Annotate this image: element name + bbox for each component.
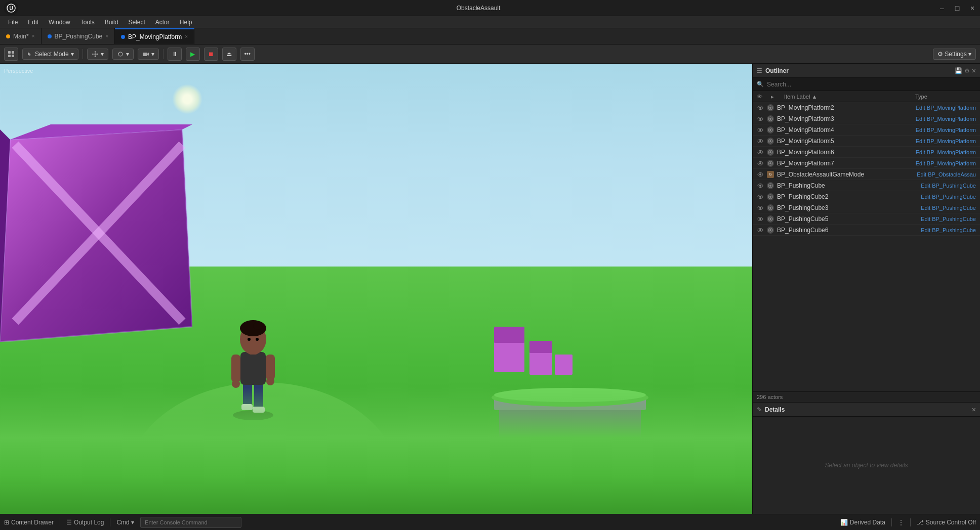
svg-point-92 <box>769 229 771 231</box>
menu-select[interactable]: Select <box>124 18 149 27</box>
menu-actor[interactable]: Actor <box>151 18 174 27</box>
row-eye-icon[interactable] <box>757 149 764 156</box>
maximize-button[interactable]: □ <box>954 5 961 12</box>
outliner-actor-count: 296 actors <box>753 391 980 402</box>
row-eye-icon[interactable] <box>757 227 764 234</box>
row-eye-icon[interactable] <box>757 193 764 200</box>
play-button[interactable]: ▶ <box>186 48 200 61</box>
item-label-col[interactable]: Item Label ▲ <box>784 94 911 100</box>
outliner-row[interactable]: BP_PushingCube3Edit BP_PushingCube <box>753 202 980 213</box>
svg-point-58 <box>769 129 771 131</box>
derived-data-button[interactable]: 📊 Derived Data <box>840 519 885 526</box>
row-eye-icon[interactable] <box>757 204 764 211</box>
row-item-type[interactable]: Edit BP_MovingPlatform <box>916 127 976 133</box>
outliner-row[interactable]: BP_MovingPlatform4Edit BP_MovingPlatform <box>753 124 980 136</box>
settings-button[interactable]: ⚙ Settings ▾ <box>933 49 976 60</box>
row-eye-icon[interactable] <box>757 126 764 134</box>
svg-rect-4 <box>8 55 11 57</box>
content-drawer-label: Content Drawer <box>11 519 54 526</box>
row-eye-icon[interactable] <box>757 115 764 122</box>
menu-file[interactable]: File <box>4 18 22 27</box>
row-eye-icon[interactable] <box>757 160 764 167</box>
close-button[interactable]: × <box>969 5 976 12</box>
menu-bar: File Edit Window Tools Build Select Acto… <box>0 16 980 28</box>
svg-point-44 <box>253 322 263 330</box>
transform-button[interactable]: ▾ <box>87 49 108 60</box>
row-actor-icon <box>767 149 774 156</box>
row-eye-icon[interactable] <box>757 138 764 145</box>
camera-speed-button[interactable]: ▾ <box>138 49 159 60</box>
row-eye-icon[interactable] <box>757 215 764 223</box>
row-item-name: BP_MovingPlatform6 <box>777 149 913 156</box>
outliner-row[interactable]: BP_PushingCubeEdit BP_PushingCube <box>753 180 980 191</box>
output-log-button[interactable]: ☰ Output Log <box>66 519 104 526</box>
outliner-row[interactable]: BP_MovingPlatform7Edit BP_MovingPlatform <box>753 158 980 169</box>
tab-main-label: Main* <box>13 33 29 40</box>
row-eye-icon[interactable] <box>757 171 764 178</box>
menu-window[interactable]: Window <box>45 18 74 27</box>
tab-main-close[interactable]: × <box>32 33 35 39</box>
row-item-type[interactable]: Edit BP_PushingCube <box>921 205 976 211</box>
outliner-close-button[interactable]: × <box>972 67 976 75</box>
outliner-row[interactable]: GBP_ObstacleAssaultGameModeEdit BP_Obsta… <box>753 169 980 180</box>
tab-main[interactable]: Main* × <box>0 28 42 44</box>
row-eye-icon[interactable] <box>757 182 764 189</box>
layout-button[interactable] <box>4 48 18 61</box>
row-item-type[interactable]: Edit BP_MovingPlatform <box>916 116 976 122</box>
row-item-type[interactable]: Edit BP_MovingPlatform <box>916 160 976 166</box>
row-item-type[interactable]: Edit BP_PushingCube <box>921 183 976 189</box>
svg-point-78 <box>759 196 761 198</box>
source-control-button[interactable]: ⎇ Source Control Off <box>917 519 976 526</box>
more-bottom-button[interactable]: ⋮ <box>898 519 904 526</box>
tab-pushing-cube-close[interactable]: × <box>105 33 108 39</box>
row-item-type[interactable]: Edit BP_PushingCube <box>921 216 976 222</box>
outliner-controls: 💾 ⚙ × <box>955 67 976 75</box>
outliner-row[interactable]: BP_MovingPlatform2Edit BP_MovingPlatform <box>753 102 980 113</box>
menu-edit[interactable]: Edit <box>24 18 43 27</box>
pause-button[interactable]: ⏸ <box>168 48 182 61</box>
content-drawer-button[interactable]: ⊞ Content Drawer <box>4 519 54 526</box>
menu-tools[interactable]: Tools <box>76 18 99 27</box>
row-item-type[interactable]: Edit BP_ObstacleAssau <box>917 171 976 178</box>
row-item-type[interactable]: Edit BP_MovingPlatform <box>916 149 976 155</box>
outliner-row[interactable]: BP_MovingPlatform3Edit BP_MovingPlatform <box>753 113 980 124</box>
more-options-button[interactable]: ••• <box>240 48 255 61</box>
rotate-button[interactable]: ▾ <box>112 49 134 60</box>
outliner-row[interactable]: BP_MovingPlatform6Edit BP_MovingPlatform <box>753 147 980 158</box>
row-eye-icon[interactable] <box>757 104 764 111</box>
menu-build[interactable]: Build <box>101 18 123 27</box>
outliner-row[interactable]: BP_PushingCube6Edit BP_PushingCube <box>753 225 980 236</box>
svg-point-12 <box>118 52 123 56</box>
outliner-row[interactable]: BP_PushingCube5Edit BP_PushingCube <box>753 213 980 225</box>
select-mode-button[interactable]: Select Mode ▾ <box>22 49 78 60</box>
row-item-name: BP_MovingPlatform4 <box>777 126 913 134</box>
outliner-settings-icon[interactable]: ⚙ <box>964 67 970 74</box>
tab-moving-platform-close[interactable]: × <box>185 34 188 39</box>
minimize-button[interactable]: – <box>938 5 946 12</box>
outliner-row[interactable]: BP_MovingPlatform5Edit BP_MovingPlatform <box>753 136 980 147</box>
svg-rect-5 <box>12 55 14 57</box>
eject-button[interactable]: ⏏ <box>222 48 236 61</box>
cmd-button[interactable]: Cmd ▾ <box>116 519 134 526</box>
derived-data-icon: 📊 <box>840 519 848 526</box>
title-bar-left: U <box>4 1 18 15</box>
details-panel: ✎ Details × Select an object to view det… <box>753 403 980 514</box>
row-item-type[interactable]: Edit BP_MovingPlatform <box>916 138 976 144</box>
outliner-row[interactable]: BP_PushingCube2Edit BP_PushingCube <box>753 191 980 202</box>
row-item-name: BP_PushingCube <box>777 182 918 189</box>
row-item-type[interactable]: Edit BP_MovingPlatform <box>916 105 976 111</box>
purple-cube <box>0 124 192 342</box>
outliner-save-icon[interactable]: 💾 <box>955 67 962 74</box>
row-item-type[interactable]: Edit BP_PushingCube <box>921 227 976 233</box>
row-item-type[interactable]: Edit BP_PushingCube <box>921 194 976 200</box>
viewport-label: Perspective <box>4 68 33 74</box>
outliner-search-input[interactable] <box>767 81 976 88</box>
console-command-input[interactable] <box>140 517 241 528</box>
tab-moving-platform[interactable]: BP_MovingPlatform × <box>115 28 194 44</box>
details-close-button[interactable]: × <box>972 406 976 414</box>
derived-data-label: Derived Data <box>850 519 885 526</box>
menu-help[interactable]: Help <box>176 18 196 27</box>
stop-button[interactable]: ⏹ <box>204 48 218 61</box>
tab-pushing-cube[interactable]: BP_PushingCube × <box>42 28 115 44</box>
viewport[interactable]: Perspective <box>0 64 752 514</box>
